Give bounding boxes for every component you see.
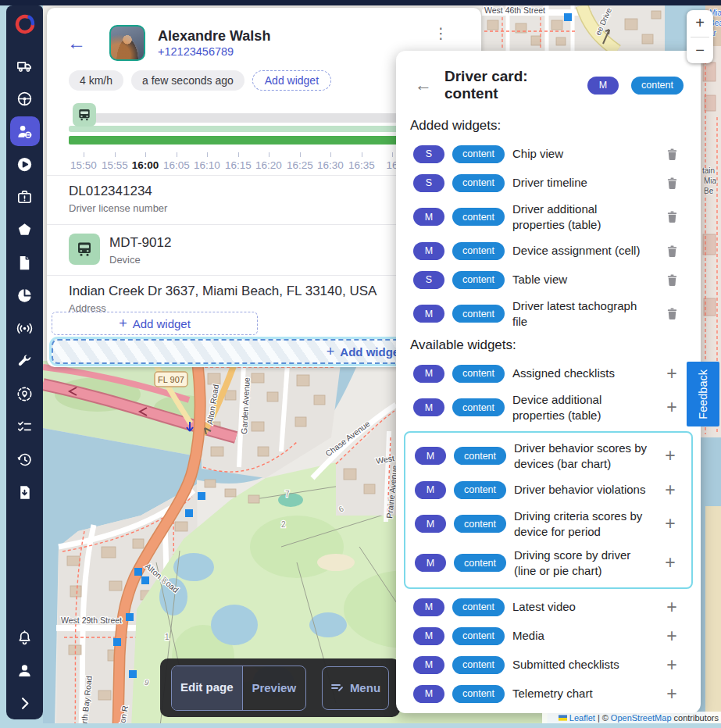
add-widget-plus-button[interactable]: +: [660, 626, 684, 646]
plus-icon: +: [666, 398, 676, 416]
sidebar-item-documents[interactable]: [10, 248, 40, 277]
remove-widget-button[interactable]: [660, 269, 684, 290]
sidebar-item-geofence[interactable]: [10, 379, 40, 409]
plus-icon: +: [119, 316, 127, 330]
remove-widget-button[interactable]: [660, 144, 684, 164]
widget-label: Driving criteria scores by device for pe…: [514, 509, 651, 539]
sidebar-item-tasks[interactable]: [10, 182, 40, 212]
sidebar-item-playback[interactable]: [10, 149, 40, 179]
remove-widget-button[interactable]: [660, 207, 684, 227]
size-badge: S: [413, 174, 444, 192]
bus-icon: [75, 240, 94, 259]
widget-row: S content Driver timeline: [413, 173, 684, 193]
sidebar-item-reports[interactable]: [10, 280, 40, 310]
sidebar-item-vehicles[interactable]: [10, 51, 40, 80]
remove-widget-button[interactable]: [660, 173, 684, 193]
zoom-out-button[interactable]: −: [687, 37, 713, 64]
sidebar-item-drivers[interactable]: [10, 116, 40, 146]
widget-row: M content Device assignment (cell): [413, 241, 684, 261]
sidebar-collapse-button[interactable]: [10, 688, 40, 718]
size-badge: M: [415, 481, 446, 499]
plus-icon: +: [666, 656, 676, 674]
card-menu-kebab-icon[interactable]: ⋮: [429, 23, 453, 43]
widget-label: Assigned checklists: [512, 366, 652, 381]
map-label-frag: tain: [702, 166, 715, 175]
history-icon: [16, 451, 34, 469]
driver-phone-link[interactable]: +12123456789: [158, 45, 270, 58]
timeline-tick: 16:30: [313, 159, 348, 171]
wrench-icon: [16, 352, 34, 370]
menu-button[interactable]: Menu: [322, 666, 389, 710]
leaflet-link[interactable]: Leaflet: [569, 713, 595, 723]
widget-row: M content Driver behavior violations +: [415, 480, 682, 500]
content-badge: content: [452, 656, 505, 674]
content-badge: content: [452, 145, 505, 163]
remove-widget-button[interactable]: [660, 241, 684, 261]
panel-back-button[interactable]: ←: [415, 77, 432, 94]
add-widget-plus-button[interactable]: +: [660, 683, 684, 704]
field-address: Indian Creek Dr 3637, Miami Beach, FL 33…: [69, 283, 377, 314]
add-widget-plus-button[interactable]: +: [659, 553, 682, 573]
add-widget-label: Add widget: [133, 317, 191, 330]
size-badge: M: [413, 627, 444, 645]
widget-label: Telemetry chart: [512, 686, 652, 701]
widget-row: M content Driver behavior scores by devi…: [415, 441, 682, 471]
timeline-tick: 16:35: [344, 159, 379, 171]
add-widget-button[interactable]: + Add widget: [52, 312, 258, 335]
size-badge: S: [413, 145, 444, 163]
svg-text:1: 1: [165, 633, 170, 641]
size-badge: M: [587, 77, 619, 95]
add-widget-plus-button[interactable]: +: [660, 655, 684, 675]
size-badge: M: [415, 554, 446, 572]
timeline-tick: 16:05: [159, 159, 194, 171]
content-badge: content: [452, 208, 505, 226]
widget-label: Driver additional properties (table): [512, 202, 652, 232]
widget-row: M content Driver latest tachograph file: [413, 298, 684, 329]
copyright-symbol: ©: [602, 713, 609, 723]
add-widget-plus-button[interactable]: +: [659, 480, 682, 500]
content-badge: content: [452, 685, 505, 703]
size-badge: M: [413, 208, 444, 226]
zoom-in-button[interactable]: +: [687, 10, 713, 37]
osm-link[interactable]: OpenStreetMap: [611, 713, 672, 723]
content-badge: content: [452, 627, 505, 645]
feedback-tab[interactable]: Feedback: [687, 362, 719, 426]
map-label: West 46th Street: [484, 5, 545, 15]
widget-row: M content Telemetry chart +: [413, 683, 684, 704]
sidebar-item-account[interactable]: [10, 655, 40, 685]
available-widgets-heading: Available widgets:: [410, 337, 684, 353]
sidebar-item-service[interactable]: [10, 346, 40, 376]
sidebar-item-checklists[interactable]: [10, 412, 40, 441]
add-widget-plus-button[interactable]: +: [660, 597, 684, 617]
field-value: MDT-9012: [109, 234, 171, 252]
person-icon: [16, 662, 34, 680]
sidebar-item-firmware[interactable]: [10, 477, 40, 507]
timeline-tick: 16:25: [283, 159, 317, 171]
sidebar-item-history[interactable]: [10, 444, 40, 474]
map-zoom-control: + −: [687, 10, 713, 63]
sidebar-item-driving[interactable]: [10, 84, 40, 113]
widget-row: M content Submitted checklists +: [413, 655, 684, 675]
add-widget-plus-button[interactable]: +: [660, 398, 684, 418]
geofence-icon: [16, 385, 34, 403]
window-top-edge: [0, 0, 721, 5]
add-widget-plus-button[interactable]: +: [659, 446, 682, 466]
edit-page-button[interactable]: Edit page: [172, 666, 242, 710]
back-button[interactable]: ←: [67, 34, 86, 52]
plus-icon: +: [666, 598, 676, 616]
add-widget-plus-button[interactable]: +: [659, 514, 682, 534]
driver-avatar: [109, 25, 145, 61]
svg-text:FL 907: FL 907: [158, 375, 184, 384]
widget-label: Driver latest tachograph file: [512, 298, 652, 329]
signal-icon: [16, 319, 34, 337]
attr-divider: |: [598, 713, 600, 723]
remove-widget-button[interactable]: [660, 304, 684, 324]
preview-button[interactable]: Preview: [242, 666, 305, 710]
add-widget-chip[interactable]: Add widget: [252, 70, 331, 91]
sidebar-item-telemetry[interactable]: [10, 313, 40, 343]
feedback-label: Feedback: [697, 369, 709, 419]
sidebar-item-notifications[interactable]: [10, 623, 40, 652]
sidebar-item-zones[interactable]: [10, 215, 40, 244]
add-widget-plus-button[interactable]: +: [660, 363, 684, 384]
app-logo-icon: [12, 12, 37, 37]
